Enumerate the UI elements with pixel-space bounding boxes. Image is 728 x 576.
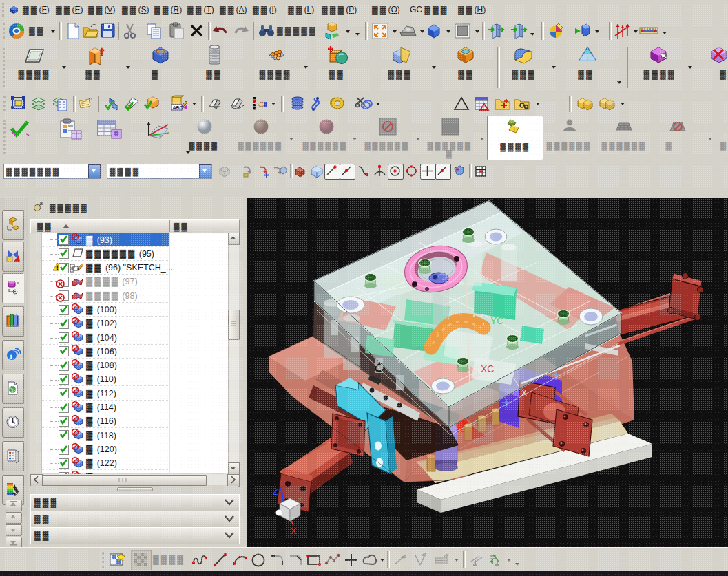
svg-text:XC: XC: [481, 363, 494, 374]
svg-text:i: i: [10, 352, 12, 360]
svg-text:X: X: [521, 388, 527, 398]
svg-text:YC: YC: [490, 315, 503, 326]
svg-text:ABC: ABC: [172, 105, 183, 110]
svg-text:X: X: [291, 526, 297, 536]
svg-text:Z: Z: [273, 487, 278, 497]
